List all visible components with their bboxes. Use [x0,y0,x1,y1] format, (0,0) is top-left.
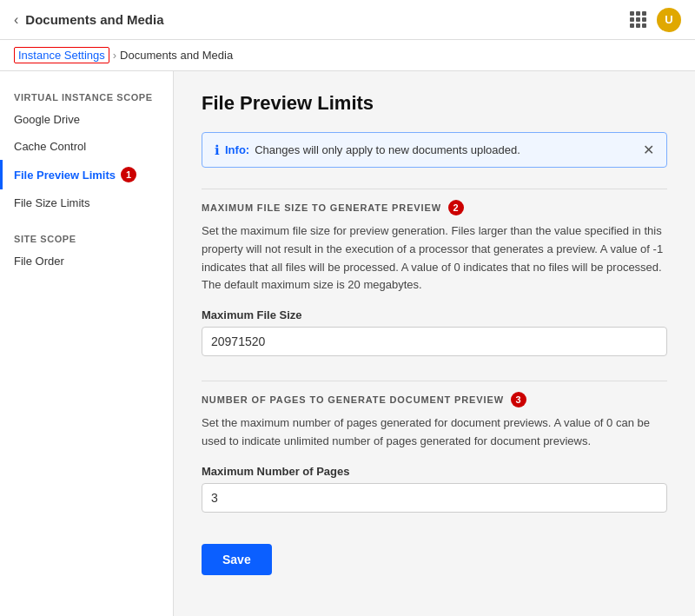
main-layout: Virtual Instance Scope Google Drive Cach… [0,71,695,616]
max-file-size-label: Maximum File Size [202,308,667,321]
max-pages-input[interactable] [202,483,667,513]
user-avatar[interactable]: U [657,8,681,32]
app-header: ‹ Documents and Media U [0,0,695,40]
info-prefix: Info: [225,143,249,156]
section2-badge: 3 [511,392,526,407]
sidebar-item-file-preview-limits-label: File Preview Limits [14,169,116,182]
section1-divider [202,189,667,189]
breadcrumb: Instance Settings › Documents and Media [0,40,695,71]
sidebar-item-cache-control[interactable]: Cache Control [0,133,173,160]
page-title: File Preview Limits [202,92,667,115]
site-scope-label: Site Scope [0,227,173,248]
max-file-size-input[interactable] [202,327,667,356]
num-pages-section: Number of Pages to Generate Document Pre… [202,381,667,513]
section1-description: Set the maximum file size for preview ge… [202,222,667,295]
header-left: ‹ Documents and Media [14,12,164,28]
sidebar-item-file-order-label: File Order [14,255,64,268]
sidebar-item-cache-control-label: Cache Control [14,140,86,153]
sidebar-item-file-size-limits[interactable]: File Size Limits [0,189,173,216]
breadcrumb-current: Documents and Media [120,49,233,62]
section1-badge: 2 [448,200,464,215]
info-icon: ℹ [215,142,220,158]
save-button[interactable]: Save [202,544,272,575]
sidebar-item-file-preview-limits[interactable]: File Preview Limits 1 [0,160,173,189]
section2-description: Set the maximum number of pages generate… [202,414,667,451]
max-pages-label: Maximum Number of Pages [202,465,667,478]
sidebar-item-google-drive[interactable]: Google Drive [0,106,173,133]
section2-heading: Number of Pages to Generate Document Pre… [202,392,667,407]
header-right: U [630,8,681,32]
info-message: Changes will only apply to new documents… [255,143,520,156]
max-file-size-section: Maximum File Size to Generate Preview 2 … [202,189,667,356]
sidebar-item-file-size-limits-label: File Size Limits [14,196,89,209]
breadcrumb-instance-settings[interactable]: Instance Settings [14,47,109,63]
info-banner-close[interactable]: ✕ [643,142,654,158]
section2-divider [202,381,667,381]
back-button[interactable]: ‹ [14,12,18,28]
section1-heading: Maximum File Size to Generate Preview 2 [202,200,667,215]
sidebar-item-google-drive-label: Google Drive [14,113,80,126]
main-content: File Preview Limits ℹ Info: Changes will… [174,71,695,616]
virtual-instance-scope-label: Virtual Instance Scope [0,85,173,106]
info-banner-content: ℹ Info: Changes will only apply to new d… [215,142,520,158]
apps-icon-button[interactable] [630,11,646,28]
sidebar-item-file-order[interactable]: File Order [0,248,173,275]
breadcrumb-separator: › [113,49,116,62]
info-banner: ℹ Info: Changes will only apply to new d… [202,132,667,168]
file-preview-limits-badge: 1 [121,167,136,182]
sidebar: Virtual Instance Scope Google Drive Cach… [0,71,174,616]
grid-icon [630,11,646,28]
header-title: Documents and Media [25,12,163,27]
